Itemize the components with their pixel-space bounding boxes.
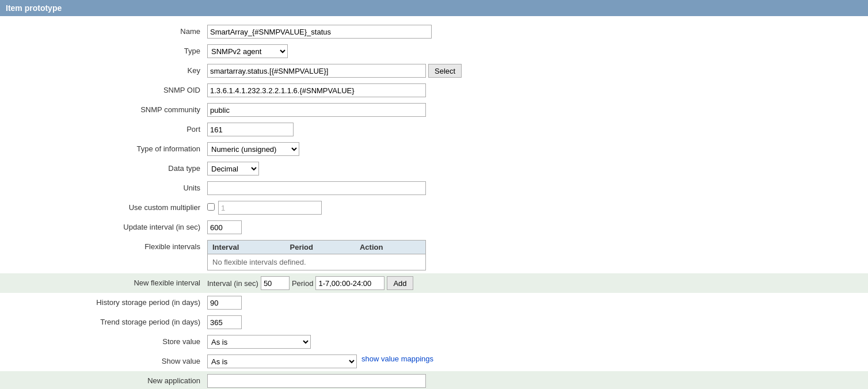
data-type-row: Data type Decimal xyxy=(0,159,868,178)
period-col-header: Period xyxy=(285,241,355,254)
store-value-row: Store value As is Delta (speed per secon… xyxy=(0,332,868,352)
history-input[interactable] xyxy=(207,296,242,310)
show-value-input-cell: As is show value mappings xyxy=(207,354,856,368)
snmp-oid-input[interactable] xyxy=(207,83,426,97)
new-application-row: New application xyxy=(0,371,868,389)
period-label: Period xyxy=(292,279,314,288)
port-input[interactable] xyxy=(207,123,294,136)
trend-row: Trend storage period (in days) xyxy=(0,312,868,332)
history-label: History storage period (in days) xyxy=(12,296,207,307)
units-label: Units xyxy=(12,181,207,192)
snmp-oid-label: SNMP OID xyxy=(12,83,207,94)
port-row: Port xyxy=(0,120,868,139)
update-interval-input[interactable] xyxy=(207,220,242,234)
new-flex-controls: Interval (in sec) Period Add xyxy=(207,276,413,290)
data-type-label: Data type xyxy=(12,162,207,173)
name-input[interactable] xyxy=(207,25,432,39)
new-application-label: New application xyxy=(12,374,207,385)
no-data-row: No flexible intervals defined. xyxy=(208,254,426,270)
data-type-select[interactable]: Decimal xyxy=(207,162,259,176)
snmp-oid-input-cell xyxy=(207,83,856,97)
snmp-community-input-cell xyxy=(207,103,856,117)
snmp-community-label: SNMP community xyxy=(12,103,207,114)
page-wrapper: Item prototype Name Type SNMPv2 agent Ke… xyxy=(0,0,868,389)
period-input[interactable] xyxy=(315,276,384,290)
select-button[interactable]: Select xyxy=(428,64,462,78)
port-input-cell xyxy=(207,123,856,136)
key-input[interactable] xyxy=(207,64,426,78)
flexible-intervals-row: Flexible intervals Interval Period Actio… xyxy=(0,237,868,273)
show-value-select[interactable]: As is xyxy=(207,354,357,368)
name-label: Name xyxy=(12,25,207,36)
multiplier-input-cell xyxy=(207,201,856,215)
interval-sec-input[interactable] xyxy=(261,276,290,290)
multiplier-checkbox[interactable] xyxy=(207,203,215,211)
new-application-input[interactable] xyxy=(207,374,426,388)
store-value-label: Store value xyxy=(12,335,207,346)
type-of-info-input-cell: Numeric (unsigned) xyxy=(207,142,856,156)
trend-input[interactable] xyxy=(207,315,242,329)
update-interval-row: Update interval (in sec) xyxy=(0,218,868,237)
name-row: Name xyxy=(0,22,868,41)
new-flexible-label: New flexible interval xyxy=(12,276,207,287)
new-application-input-cell xyxy=(207,374,856,388)
key-label: Key xyxy=(12,64,207,75)
multiplier-label: Use custom multiplier xyxy=(12,201,207,212)
trend-label: Trend storage period (in days) xyxy=(12,315,207,326)
type-of-info-select[interactable]: Numeric (unsigned) xyxy=(207,142,299,156)
units-input-cell xyxy=(207,181,856,195)
form-container: Name Type SNMPv2 agent Key Select SNMP xyxy=(0,16,868,389)
add-button[interactable]: Add xyxy=(387,276,413,290)
no-data-cell: No flexible intervals defined. xyxy=(208,254,426,270)
store-value-input-cell: As is Delta (speed per second) Delta (si… xyxy=(207,335,856,349)
update-interval-input-cell xyxy=(207,220,856,234)
data-type-input-cell: Decimal xyxy=(207,162,856,176)
history-row: History storage period (in days) xyxy=(0,293,868,312)
show-value-row: Show value As is show value mappings xyxy=(0,352,868,371)
snmp-community-input[interactable] xyxy=(207,103,426,117)
new-flexible-interval-row: New flexible interval Interval (in sec) … xyxy=(0,273,868,293)
action-col-header: Action xyxy=(355,241,426,254)
show-value-mappings-link[interactable]: show value mappings xyxy=(361,354,433,363)
type-row: Type SNMPv2 agent xyxy=(0,41,868,61)
new-flexible-input-cell: Interval (in sec) Period Add xyxy=(207,276,856,290)
interval-sec-label: Interval (in sec) xyxy=(207,279,258,288)
multiplier-value-input[interactable] xyxy=(218,201,322,215)
store-value-select[interactable]: As is Delta (speed per second) Delta (si… xyxy=(207,335,311,349)
units-row: Units xyxy=(0,178,868,198)
port-label: Port xyxy=(12,123,207,134)
interval-col-header: Interval xyxy=(208,241,285,254)
flexible-intervals-table: Interval Period Action No flexible inter… xyxy=(207,240,426,270)
snmp-community-row: SNMP community xyxy=(0,100,868,120)
history-input-cell xyxy=(207,296,856,310)
key-input-cell: Select xyxy=(207,64,856,78)
trend-input-cell xyxy=(207,315,856,329)
show-value-label: Show value xyxy=(12,354,207,365)
snmp-oid-row: SNMP OID xyxy=(0,81,868,100)
type-label: Type xyxy=(12,44,207,55)
units-input[interactable] xyxy=(207,181,426,195)
type-select[interactable]: SNMPv2 agent xyxy=(207,44,288,58)
flexible-intervals-label: Flexible intervals xyxy=(12,240,207,251)
update-interval-label: Update interval (in sec) xyxy=(12,220,207,231)
type-input-cell: SNMPv2 agent xyxy=(207,44,856,58)
name-input-cell xyxy=(207,25,856,39)
key-row: Key Select xyxy=(0,61,868,81)
page-title: Item prototype xyxy=(0,0,868,16)
type-of-info-row: Type of information Numeric (unsigned) xyxy=(0,139,868,159)
type-of-info-label: Type of information xyxy=(12,142,207,153)
multiplier-row: Use custom multiplier xyxy=(0,198,868,218)
flexible-intervals-cell: Interval Period Action No flexible inter… xyxy=(207,240,856,270)
